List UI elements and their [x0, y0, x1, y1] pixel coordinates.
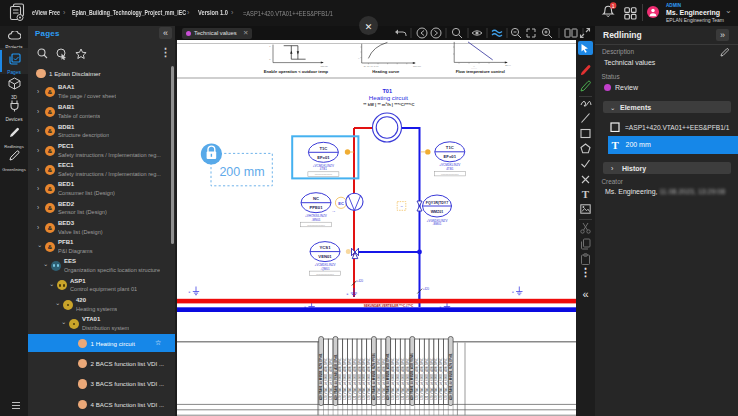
- svg-text:420_VTA01_##_K0001_ADB_GP-01: 420_VTA01_##_K0001_ADB_GP-01: [406, 357, 410, 400]
- svg-text:1: 1: [612, 3, 615, 9]
- svg-text:=: =: [347, 292, 349, 296]
- svg-text:=: =: [512, 290, 514, 294]
- svg-text:Flow temperature control: Flow temperature control: [456, 69, 505, 74]
- svg-text:FQY1R(TDY7: FQY1R(TDY7: [426, 201, 448, 205]
- svg-text:T1C: T1C: [319, 146, 327, 151]
- svg-text:420_VTA01_##_K0001_ADB_GP-01: 420_VTA01_##_K0001_ADB_GP-01: [348, 357, 352, 400]
- svg-text:420_VTA01_##_K0001_ADB_GP-01: 420_VTA01_##_K0001_ADB_GP-01: [439, 357, 443, 400]
- svg-text:T1C: T1C: [446, 145, 454, 150]
- svg-text:**: **: [358, 57, 360, 59]
- svg-text:EF=01: EF=01: [444, 154, 457, 159]
- svg-text:420_VTA01_##_K0001_ADB_GP-01: 420_VTA01_##_K0001_ADB_GP-01: [396, 357, 400, 400]
- svg-text:420_VTA01_##_K0001_ADB_GP-01: 420_VTA01_##_K0001_ADB_GP-01: [415, 357, 419, 400]
- svg-text:NC: NC: [313, 196, 319, 201]
- svg-text:4TB1: 4TB1: [446, 167, 454, 171]
- svg-text:xxxxxxxxxxxxxxxx: xxxxxxxxxxxxxxxx: [307, 224, 325, 226]
- svg-text:420_VTA01_##_WMZ01_MZR_EP=01: 420_VTA01_##_WMZ01_MZR_EP=01: [319, 353, 323, 400]
- svg-text:Two [%]: Two [%]: [413, 65, 421, 67]
- svg-text:EF=01: EF=01: [317, 155, 330, 160]
- svg-text:YCS1: YCS1: [320, 245, 332, 250]
- svg-text:-QM01: -QM01: [320, 267, 330, 271]
- svg-text:420_VTA01_##_K0001_ADB_GP-01: 420_VTA01_##_K0001_ADB_GP-01: [401, 357, 405, 400]
- svg-text:420_VTA01_##_K0001_ADB_GP-01: 420_VTA01_##_K0001_ADB_GP-01: [382, 357, 386, 400]
- svg-text:420_VTA01_##_WMZ01_MZR_EP=01: 420_VTA01_##_WMZ01_MZR_EP=01: [449, 353, 453, 400]
- svg-text:-20 -15 -10 -5: -20 -15 -10 -5 0 5: [363, 65, 379, 67]
- svg-text:200 mm: 200 mm: [219, 165, 264, 179]
- svg-text:-MN01: -MN01: [311, 218, 320, 222]
- svg-text:AL: AL: [332, 210, 336, 213]
- svg-text:0: 0: [269, 58, 271, 60]
- svg-text:420_VTA01_##_K0001_ADB_GP-01: 420_VTA01_##_K0001_ADB_GP-01: [444, 357, 448, 400]
- svg-text:420_VTA01_##_WMZ01_ADB_EP=01: 420_VTA01_##_WMZ01_ADB_EP=01: [386, 353, 390, 400]
- svg-text:420_VTA01_##_WMZ01_ADB_VEN01: 420_VTA01_##_WMZ01_ADB_VEN01: [410, 353, 414, 400]
- svg-text:420_VTA01_##_K0001_ADB_GP-01: 420_VTA01_##_K0001_ADB_GP-01: [343, 357, 347, 400]
- svg-text:+420: +420: [423, 287, 430, 291]
- svg-text:T01: T01: [382, 88, 392, 94]
- svg-text:Enable operation < outdoor tem: Enable operation < outdoor temp: [264, 69, 329, 74]
- svg-text:1: 1: [269, 45, 271, 47]
- svg-text:VEN01: VEN01: [318, 254, 332, 259]
- svg-text:420_VTA01_##_K0001_ADB_GP-01: 420_VTA01_##_K0001_ADB_GP-01: [420, 357, 424, 400]
- svg-text:420_VTA01_##_K0001_ADB_GP-01: 420_VTA01_##_K0001_ADB_GP-01: [353, 357, 357, 400]
- svg-text:+420: +420: [357, 279, 364, 283]
- svg-text:PPE01: PPE01: [309, 205, 323, 210]
- svg-text:420_VTA01_##_K0001_ADB_GP-01: 420_VTA01_##_K0001_ADB_GP-01: [324, 357, 328, 400]
- svg-text:420_VTA01_##_K0001_ADB_GP-01: 420_VTA01_##_K0001_ADB_GP-01: [391, 357, 395, 400]
- svg-text:Heating circuit: Heating circuit: [369, 94, 408, 101]
- svg-text:420_VTA01_##_K0001_ADB_GP-01: 420_VTA01_##_K0001_ADB_GP-01: [430, 357, 434, 400]
- svg-text:420_VTA01_##_K0001_ADB_GP-01: 420_VTA01_##_K0001_ADB_GP-01: [362, 357, 366, 400]
- svg-text:Heating curve: Heating curve: [372, 69, 400, 74]
- svg-text:420_VTA01_##_K0001_ADB_GP-01: 420_VTA01_##_K0001_ADB_GP-01: [329, 357, 333, 400]
- svg-text:WMZ01: WMZ01: [431, 210, 444, 214]
- svg-text:420_VTA01_##_VEN01_ADB_EP=01: 420_VTA01_##_VEN01_ADB_EP=01: [334, 354, 338, 400]
- svg-text:420_VTA01_##_WMZ01_MZR_PPE01: 420_VTA01_##_WMZ01_MZR_PPE01: [372, 353, 376, 400]
- svg-text:420_VTA01_##_K0001_ADB_GP-01: 420_VTA01_##_K0001_ADB_GP-01: [358, 357, 362, 400]
- svg-text:EC: EC: [338, 201, 344, 206]
- svg-text:xxxxxxxxxxxxxxxx: xxxxxxxxxxxxxxxx: [315, 173, 333, 175]
- svg-text:=: =: [189, 290, 191, 294]
- svg-text:↔: ↔: [400, 204, 404, 208]
- svg-text:420_VTA01_##_K0001_ADB_GP-01: 420_VTA01_##_K0001_ADB_GP-01: [434, 357, 438, 400]
- svg-text:4TB1: 4TB1: [320, 167, 328, 171]
- svg-text:-BM01: -BM01: [433, 222, 442, 226]
- svg-text:Two [h]: Two [h]: [320, 65, 327, 67]
- svg-text:420_VTA01_##_K0001_ADB_GP-01: 420_VTA01_##_K0001_ADB_GP-01: [377, 357, 381, 400]
- svg-text:xxxxxxxxxxxxxxxx: xxxxxxxxxxxxxxxx: [441, 173, 459, 175]
- svg-text:420_VTA01_##_K0001_ADB_GP-01: 420_VTA01_##_K0001_ADB_GP-01: [367, 357, 371, 400]
- svg-text:** kW | ** m³/h | ***°C/***°C: ** kW | ** m³/h | ***°C/***°C: [363, 102, 414, 107]
- svg-text:xxxxxxxxxxxxxxxx: xxxxxxxxxxxxxxxx: [316, 273, 334, 275]
- svg-text:420_VTA01_##_K0001_ADB_GP-01: 420_VTA01_##_K0001_ADB_GP-01: [425, 357, 429, 400]
- svg-text:420_VTA01_##_K0001_ADB_GP-01: 420_VTA01_##_K0001_ADB_GP-01: [338, 357, 342, 400]
- svg-text:BL+**: BL+**: [505, 64, 511, 66]
